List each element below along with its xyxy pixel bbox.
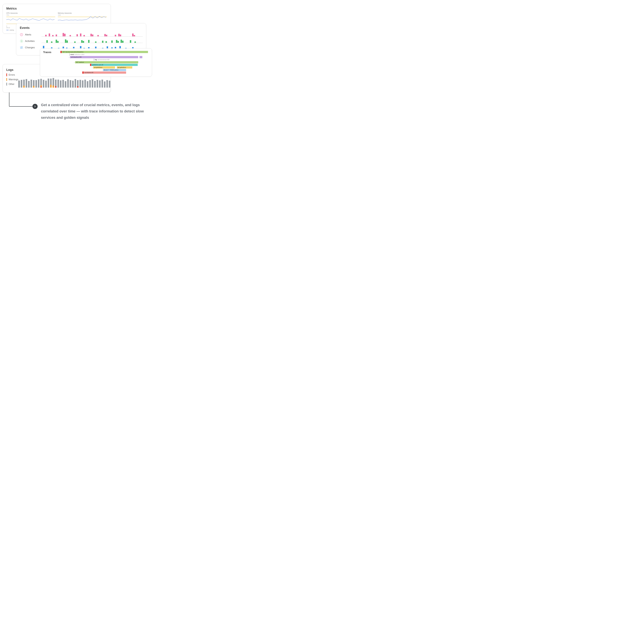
event-bars-activities [42,39,142,43]
event-row-activities: Activities [20,38,142,44]
event-bar [111,40,113,43]
event-bar [102,41,103,43]
event-label-activities: Activities [25,40,40,43]
log-bar [18,81,20,88]
log-bar [109,81,110,88]
log-bar [26,79,27,88]
log-seg-other [21,80,22,88]
event-bar [63,33,64,36]
log-seg-other [18,81,20,88]
log-bar [77,80,79,88]
event-bar [83,35,85,36]
log-bar [99,80,101,88]
log-seg-other [70,80,71,88]
traces-title: Traces [43,51,60,54]
event-bar [77,34,78,36]
span-syncauthors: syncAuthors:50 [84,71,126,74]
metrics-title: Metrics [6,7,107,10]
description-text: Get a centralized view of crucial metric… [41,102,148,121]
event-label: event: listAuthors called [70,54,84,55]
log-seg-other [60,80,61,88]
event-bar [80,33,81,36]
event-bar [122,41,124,43]
event-bar [81,40,83,43]
chevron-right-icon [34,105,36,107]
event-tick [69,53,70,56]
log-bar [35,80,37,88]
svg-point-5 [21,35,22,35]
trace-span-root: GET /sts-trace-java-demo/listauthors [60,51,148,53]
log-seg-other [87,81,88,88]
event-bar [120,35,121,36]
log-seg-other [40,79,42,85]
chevron-down-icon[interactable]: ⌄ [73,62,75,63]
log-bar [48,79,49,88]
event-bar [117,41,119,43]
log-seg-other [28,81,30,88]
chevron-down-icon[interactable]: ⌄ [68,56,70,58]
event-bars-alerts [42,33,142,37]
event-bar [83,41,84,43]
log-seg-other [75,79,76,88]
trace-span-call: ⌄ call-listauthors:800 [60,56,148,58]
changes-icon [20,46,23,49]
span-root: GET /sts-trace-java-demo/listauthors [62,51,148,53]
log-seg-warnings [40,85,42,87]
event-bar [115,35,116,36]
log-bar [70,80,71,88]
logs-chart [18,76,110,88]
error-icon [82,71,84,74]
log-seg-errors [77,86,79,88]
log-bar [55,80,57,88]
event-bar [45,35,47,36]
log-bar [38,79,39,88]
log-seg-other [104,81,105,88]
log-seg-other [77,80,79,86]
traces-card: Traces GET /sts-trace-java-demo/listauth… [40,48,152,77]
log-legend-other: Other [6,83,18,86]
log-bar [104,81,105,88]
event-bar [90,34,92,36]
log-seg-other [79,80,81,88]
event-bar [134,41,136,43]
activities-icon [20,39,23,43]
event-bar [74,41,76,43]
log-seg-other [57,80,59,88]
log-bar [43,80,44,88]
span-getget: get:getAuthors [117,66,132,69]
log-seg-other [92,79,93,88]
span-put: put:getAuthors [93,66,115,69]
alerts-icon [20,33,23,36]
log-seg-other [101,80,103,88]
log-seg-errors [55,86,57,88]
log-seg-other [82,80,83,88]
log-seg-other [48,79,49,88]
mem-label: Memory resources [58,12,107,14]
log-seg-errors [40,87,42,88]
logs-legend: ErrorsWarningsOther [6,73,18,88]
chevron-down-icon[interactable]: ⌄ [91,67,93,68]
span-select: SELECT * FROM authors [103,69,126,71]
log-bar [97,80,98,88]
log-bar [40,79,42,88]
log-seg-other [89,80,91,88]
log-seg-other [53,78,54,86]
log-seg-other [50,79,52,85]
trace-span-syncauthors: syncAuthors:50 [60,71,148,74]
event-bar [88,40,90,43]
log-legend-label: Errors [9,74,15,76]
log-seg-other [99,80,101,88]
event-bar [97,35,99,36]
log-seg-other [67,79,69,88]
log-seg-other [35,80,37,88]
log-seg-other [43,80,44,88]
diagram-stage: Metrics CPU resources 75% 0 09:20 catalo… [1,3,153,124]
log-bar [33,80,35,88]
event-bar [106,35,107,36]
log-bar [23,80,25,88]
trace-area: GET /sts-trace-java-demo/listauthors eve… [60,51,148,74]
log-seg-warnings [50,85,52,88]
event-bar [46,40,48,43]
log-seg-other [31,80,32,88]
event-bar [92,35,93,36]
